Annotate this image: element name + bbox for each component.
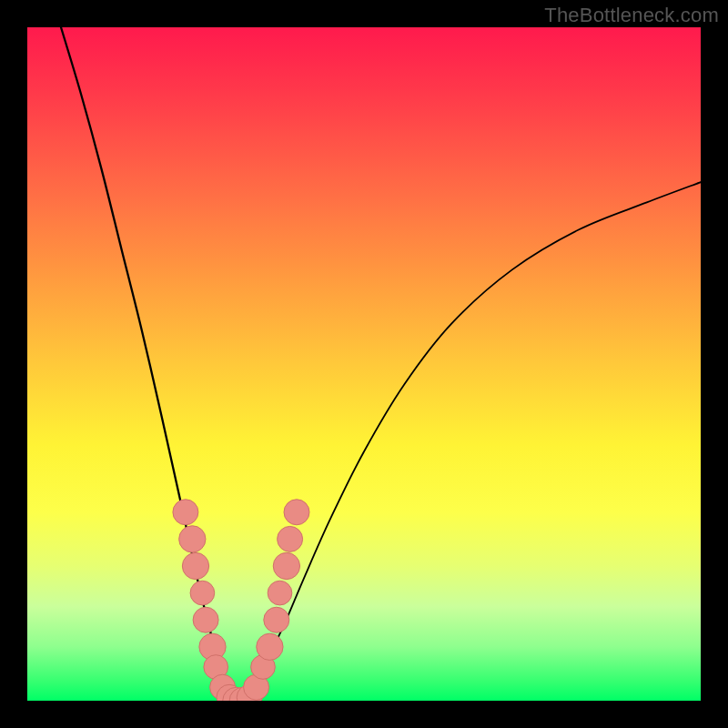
curve-right-curve — [236, 182, 701, 701]
data-point — [182, 552, 208, 579]
data-point — [268, 581, 292, 605]
data-point — [179, 526, 206, 552]
data-point — [264, 607, 289, 632]
data-point — [278, 526, 303, 551]
data-point — [173, 500, 198, 525]
data-point — [190, 581, 215, 605]
data-point — [284, 500, 309, 525]
data-point — [257, 633, 283, 660]
watermark-text: TheBottleneck.com — [544, 4, 719, 27]
data-point — [193, 607, 218, 632]
data-point — [273, 552, 299, 579]
